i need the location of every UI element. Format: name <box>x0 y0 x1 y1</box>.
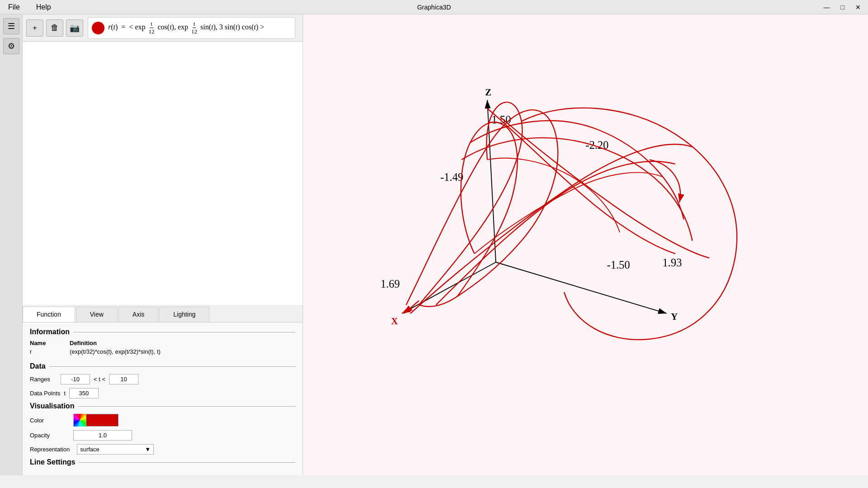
representation-select[interactable]: surface ▼ <box>77 444 154 455</box>
toolbar: + 🗑 📷 r(t) = < exp t12 cos(t), exp t12 s… <box>23 14 303 42</box>
name-value: r <box>30 348 66 355</box>
graph-svg: Z X Y 1.50 -1.49 1.69 -2.20 -1.50 1.93 <box>303 14 868 475</box>
left-panel: + 🗑 📷 r(t) = < exp t12 cos(t), exp t12 s… <box>23 14 303 475</box>
data-points-row: Data Points t <box>30 388 295 398</box>
definition-header: Definition <box>70 340 295 346</box>
tabs: Function View Axis Lighting <box>23 305 303 322</box>
minimize-button[interactable]: — <box>820 3 834 12</box>
tab-view[interactable]: View <box>76 307 118 322</box>
representation-row: Representation surface ▼ <box>30 444 295 455</box>
maximize-button[interactable]: □ <box>837 3 848 12</box>
opacity-input[interactable] <box>73 430 132 441</box>
color-swatch[interactable] <box>73 414 119 426</box>
svg-rect-0 <box>308 14 863 475</box>
svg-text:1.69: 1.69 <box>380 278 400 290</box>
app-title: Graphica3D <box>417 4 451 11</box>
main-layout: ☰ ⚙ + 🗑 📷 r(t) = < exp t12 cos(t), exp t… <box>0 14 868 475</box>
menu-file[interactable]: File <box>4 2 24 12</box>
content-area <box>23 42 303 305</box>
t-points-input[interactable] <box>69 388 99 398</box>
camera-button[interactable]: 📷 <box>66 19 83 37</box>
representation-label: Representation <box>30 446 70 453</box>
opacity-row: Opacity <box>30 430 295 441</box>
ranges-label: Ranges <box>30 376 57 383</box>
svg-text:X: X <box>391 316 398 326</box>
t-label: t <box>64 390 66 397</box>
window-controls: — □ ✕ <box>820 3 864 12</box>
data-section-header: Data <box>30 362 295 370</box>
ranges-row: Ranges < t < <box>30 374 295 384</box>
svg-text:-1.50: -1.50 <box>607 259 630 271</box>
menu-help[interactable]: Help <box>32 2 56 12</box>
t-max-input[interactable] <box>109 374 138 384</box>
hamburger-sidebar-button[interactable]: ☰ <box>3 18 19 34</box>
color-label: Color <box>30 417 66 424</box>
graph-container: Z X Y 1.50 -1.49 1.69 -2.20 -1.50 1.93 <box>303 14 868 475</box>
visualisation-section-header: Visualisation <box>30 402 295 410</box>
chevron-down-icon: ▼ <box>145 446 151 453</box>
right-panel: Z X Y 1.50 -1.49 1.69 -2.20 -1.50 1.93 <box>303 14 868 475</box>
data-points-label: Data Points <box>30 390 60 397</box>
t-min-input[interactable] <box>61 374 90 384</box>
svg-text:Y: Y <box>671 311 678 322</box>
title-bar: File Help Graphica3D — □ ✕ <box>0 0 868 14</box>
line-settings-section-header: Line Settings <box>30 458 295 466</box>
tab-lighting[interactable]: Lighting <box>159 307 209 322</box>
add-function-button[interactable]: + <box>26 19 43 37</box>
color-row: Color <box>30 414 295 426</box>
equation-color-dot <box>92 22 104 34</box>
menu-bar: File Help <box>4 2 56 12</box>
equation-text: r(t) = < exp t12 cos(t), exp t12 sin(t),… <box>108 20 264 35</box>
left-sidebar: ☰ ⚙ <box>0 14 23 475</box>
color-red-display <box>86 414 118 426</box>
color-picker-icon <box>74 414 86 426</box>
opacity-label: Opacity <box>30 432 66 439</box>
t-range-separator: < t < <box>94 376 105 383</box>
svg-text:1.93: 1.93 <box>662 256 682 269</box>
close-button[interactable]: ✕ <box>852 3 864 12</box>
representation-value: surface <box>80 446 100 453</box>
information-section-header: Information <box>30 328 295 336</box>
svg-text:-1.49: -1.49 <box>440 171 463 183</box>
tab-axis[interactable]: Axis <box>119 307 158 322</box>
name-header: Name <box>30 340 66 346</box>
panel-content: Information Name Definition r (exp(t/32)… <box>23 322 303 475</box>
equation-row: r(t) = < exp t12 cos(t), exp t12 sin(t),… <box>88 17 295 39</box>
svg-text:Z: Z <box>485 87 492 97</box>
settings-sidebar-button[interactable]: ⚙ <box>3 38 19 54</box>
definition-value: (exp(t/32)*cos(t), exp(t/32)*sin(t), t) <box>70 348 295 355</box>
information-table: Name Definition r (exp(t/32)*cos(t), exp… <box>30 340 295 355</box>
tab-function[interactable]: Function <box>23 307 75 322</box>
delete-function-button[interactable]: 🗑 <box>46 19 63 37</box>
